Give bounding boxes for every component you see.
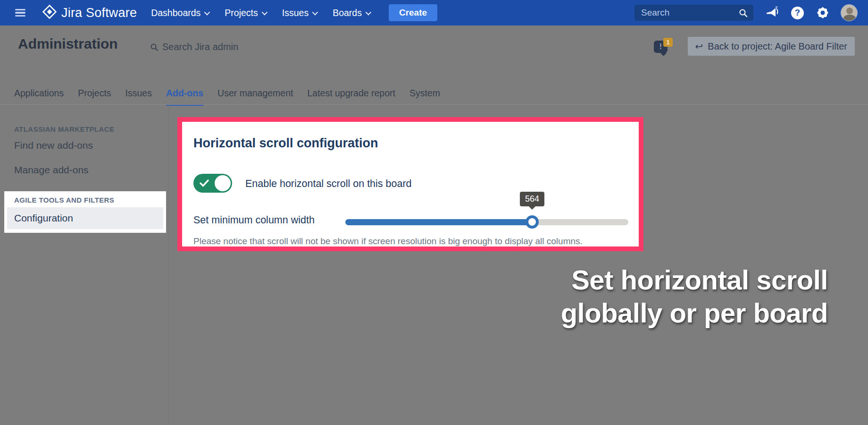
- nav-menu-boards[interactable]: Boards: [333, 8, 370, 18]
- page-title: Administration: [18, 36, 118, 52]
- back-arrow-icon: ↩: [695, 41, 703, 52]
- slider-label: Set minimum column width: [193, 214, 315, 226]
- enable-horizontal-scroll-toggle[interactable]: [193, 174, 232, 193]
- chevron-down-icon: [312, 9, 318, 15]
- help-icon[interactable]: ?: [791, 7, 804, 19]
- notification-icon[interactable]: ! 1: [654, 38, 675, 57]
- sidebar-header-marketplace: ATLASSIAN MARKETPLACE: [14, 125, 114, 133]
- admin-tabs: Applications Projects Issues Add-ons Use…: [14, 88, 440, 106]
- nav-menu-issues[interactable]: Issues: [282, 8, 317, 18]
- min-column-width-slider[interactable]: 564: [345, 192, 628, 230]
- annotation-caption: Set horizontal scroll globally or per bo…: [561, 264, 828, 330]
- navbar-right: ?: [634, 4, 858, 21]
- jira-logo-icon: [42, 5, 57, 21]
- sidebar-item-configuration[interactable]: Configuration: [7, 207, 163, 229]
- sidebar-spotlight-box: AGILE TOOLS AND FILTERS Configuration: [4, 191, 166, 233]
- tab-projects[interactable]: Projects: [78, 88, 111, 106]
- tab-user-management[interactable]: User management: [217, 88, 293, 106]
- tab-latest-upgrade-report[interactable]: Latest upgrade report: [307, 88, 395, 106]
- check-icon: [200, 179, 209, 187]
- nav-menus: Dashboards Projects Issues Boards: [151, 8, 370, 18]
- sidebar-item-find-new-add-ons[interactable]: Find new add-ons: [14, 140, 93, 151]
- tab-system[interactable]: System: [409, 88, 440, 106]
- caption-line-2: globally or per board: [561, 297, 828, 330]
- search-icon: [739, 8, 748, 17]
- slider-fill: [345, 219, 532, 225]
- admin-search[interactable]: Search Jira admin: [150, 42, 238, 52]
- nav-menu-projects[interactable]: Projects: [225, 8, 266, 18]
- back-to-project-button[interactable]: ↩ Back to project: Agile Board Filter: [688, 37, 855, 56]
- jira-admin-screen: Jira Software Dashboards Projects Issues…: [0, 0, 868, 425]
- chevron-down-icon: [204, 9, 210, 15]
- create-button[interactable]: Create: [389, 4, 437, 21]
- chevron-down-icon: [261, 9, 267, 15]
- chevron-down-icon: [365, 9, 371, 15]
- slider-track[interactable]: [345, 219, 628, 225]
- notification-badge: 1: [663, 38, 673, 47]
- search-icon: [150, 43, 159, 51]
- announcement-icon[interactable]: [766, 7, 779, 19]
- toggle-label: Enable horizontal scroll on this board: [245, 178, 412, 190]
- sidebar-divider: [168, 105, 168, 425]
- gear-icon[interactable]: [816, 6, 829, 19]
- slider-value-tooltip: 564: [520, 192, 544, 206]
- sidebar-header-agile-tools: AGILE TOOLS AND FILTERS: [14, 196, 114, 204]
- jira-brand[interactable]: Jira Software: [42, 5, 137, 21]
- tab-applications[interactable]: Applications: [14, 88, 64, 106]
- panel-notice: Please notice that scroll will not be sh…: [193, 236, 583, 246]
- search-input[interactable]: [634, 5, 753, 21]
- sidebar-item-manage-add-ons[interactable]: Manage add-ons: [14, 164, 89, 176]
- hamburger-icon[interactable]: [15, 9, 25, 17]
- brand-title: Jira Software: [61, 6, 137, 20]
- panel-title: Horizontal scroll configuration: [193, 136, 378, 151]
- caption-line-1: Set horizontal scroll: [561, 264, 828, 297]
- horizontal-scroll-config-panel: Horizontal scroll configuration Enable h…: [177, 117, 643, 251]
- avatar[interactable]: [841, 4, 858, 21]
- tabs-divider: [0, 104, 868, 105]
- nav-menu-dashboards[interactable]: Dashboards: [151, 8, 209, 18]
- toggle-knob: [215, 175, 231, 191]
- tab-add-ons[interactable]: Add-ons: [166, 88, 203, 106]
- tab-issues[interactable]: Issues: [125, 88, 152, 106]
- top-navbar: Jira Software Dashboards Projects Issues…: [0, 0, 868, 26]
- slider-knob[interactable]: [526, 215, 539, 229]
